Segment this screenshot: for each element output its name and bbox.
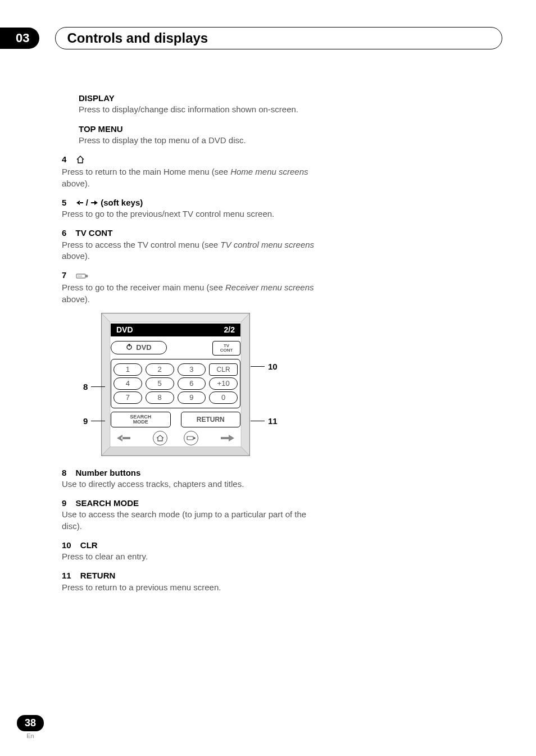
remote-screen: DVD 2/2 DVD TV CONT 1 2 3 CLR 4 [101, 313, 250, 456]
item-display-label: DISPLAY [79, 93, 326, 104]
diagram-num-plus10: +10 [209, 377, 238, 390]
diagram-number-grid: 1 2 3 CLR 4 5 6 +10 7 8 9 0 [111, 359, 240, 408]
item-10: 10 CLR Press to clear an entry. [62, 540, 326, 563]
item-5-num: 5 [62, 198, 66, 207]
svg-point-1 [85, 275, 88, 277]
callout-9: 9 [83, 416, 105, 427]
diagram-tvcont-button: TV CONT [212, 341, 240, 356]
page-number: 38 [17, 715, 44, 731]
diagram-num-3: 3 [178, 363, 206, 376]
item-8-desc: Use to directly access tracks, chapters … [62, 479, 326, 490]
chapter-title: Controls and displays [67, 30, 208, 46]
home-icon [76, 155, 85, 166]
svg-marker-3 [102, 313, 249, 322]
diagram-search-mode-button: SEARCH MODE [111, 412, 171, 427]
receiver-icon [76, 271, 88, 282]
item-topmenu-desc: Press to display the top menu of a DVD d… [79, 135, 326, 146]
item-9: 9 SEARCH MODE Use to access the search m… [62, 498, 326, 532]
diagram-num-4: 4 [113, 377, 142, 390]
diagram-num-2: 2 [146, 363, 174, 376]
diagram-home-icon [153, 431, 167, 445]
diagram-num-9: 9 [178, 391, 206, 404]
arrow-right-icon [88, 198, 101, 207]
page-footer: 38 En [17, 715, 44, 739]
item-8: 8 Number buttons Use to directly access … [62, 467, 326, 490]
diagram-num-6: 6 [178, 377, 206, 390]
page-header: 03 Controls and displays [0, 27, 502, 49]
item-6-desc: Press to access the TV control menu (see… [62, 239, 326, 262]
item-6-num: 6 [62, 228, 66, 238]
item-8-label: Number buttons [76, 468, 141, 477]
chapter-title-wrap: Controls and displays [55, 27, 502, 49]
item-7: 7 Press to go to the receiver main menu … [62, 270, 326, 305]
svg-point-10 [194, 437, 196, 439]
diagram-arrow-left-icon [111, 432, 136, 444]
item-9-desc: Use to access the search mode (to jump t… [62, 509, 326, 532]
remote-diagram: DVD 2/2 DVD TV CONT 1 2 3 CLR 4 [84, 313, 270, 456]
item-10-label: CLR [80, 540, 98, 550]
item-display-desc: Press to display/change disc information… [79, 104, 326, 115]
arrow-left-icon [76, 198, 86, 207]
diagram-title-bar: DVD 2/2 [111, 324, 240, 336]
diagram-arrow-right-icon [215, 432, 240, 444]
item-6-label: TV CONT [76, 228, 113, 238]
item-display: DISPLAY Press to display/change disc inf… [79, 93, 326, 116]
item-11-label: RETURN [80, 571, 116, 580]
svg-rect-9 [187, 436, 193, 440]
diagram-receiver-icon [184, 431, 198, 445]
power-icon [126, 343, 133, 353]
callout-8: 8 [83, 381, 105, 393]
chapter-number-badge: 03 [0, 28, 39, 49]
diagram-num-7: 7 [113, 391, 142, 404]
diagram-num-5: 5 [146, 377, 174, 390]
diagram-num-8: 8 [146, 391, 174, 404]
item-5-desc: Press to go to the previous/next TV cont… [62, 208, 326, 220]
item-5: 5 / (soft keys) Press to go to the previ… [62, 197, 326, 220]
callout-10: 10 [251, 361, 278, 372]
item-topmenu-label: TOP MENU [79, 124, 326, 135]
item-7-desc: Press to go to the receiver main menu (s… [62, 282, 326, 305]
callout-11: 11 [251, 416, 278, 427]
item-10-desc: Press to clear an entry. [62, 551, 326, 562]
item-8-num: 8 [62, 468, 66, 477]
diagram-clr-button: CLR [209, 363, 238, 376]
item-10-num: 10 [62, 540, 71, 550]
item-5-label: / (soft keys) [76, 198, 143, 207]
diagram-dvd-button: DVD [111, 341, 167, 354]
diagram-bar-right: 2/2 [224, 325, 235, 335]
item-11-num: 11 [62, 571, 71, 580]
item-4-num: 4 [62, 154, 66, 164]
diagram-return-button: RETURN [181, 412, 241, 427]
item-9-label: SEARCH MODE [76, 498, 139, 508]
item-4: 4 Press to return to the main Home menu … [62, 154, 326, 189]
item-7-num: 7 [62, 270, 66, 280]
item-9-num: 9 [62, 498, 66, 508]
item-topmenu: TOP MENU Press to display the top menu o… [79, 124, 326, 147]
diagram-num-1: 1 [113, 363, 142, 376]
item-11-desc: Press to return to a previous menu scree… [62, 582, 326, 593]
content-column: DISPLAY Press to display/change disc inf… [62, 93, 326, 601]
item-11: 11 RETURN Press to return to a previous … [62, 570, 326, 593]
page-language: En [26, 732, 34, 739]
diagram-bar-left: DVD [116, 325, 133, 335]
item-6: 6 TV CONT Press to access the TV control… [62, 227, 326, 262]
diagram-num-0: 0 [209, 391, 238, 404]
item-4-desc: Press to return to the main Home menu (s… [62, 166, 326, 189]
